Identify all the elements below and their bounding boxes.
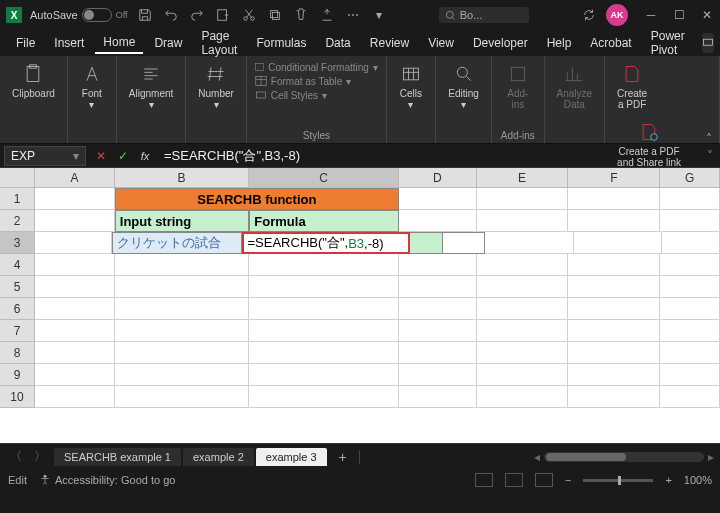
row-header-2[interactable]: 2 xyxy=(0,210,35,232)
cell-G7[interactable] xyxy=(660,320,720,342)
ribbon-collapse-icon[interactable]: ˄ xyxy=(706,132,712,146)
cell-A5[interactable] xyxy=(35,276,115,298)
col-header-D[interactable]: D xyxy=(399,168,477,188)
cell-A2[interactable] xyxy=(35,210,115,232)
cell-B4[interactable] xyxy=(115,254,250,276)
cell-E5[interactable] xyxy=(477,276,569,298)
cell-C10[interactable] xyxy=(249,386,399,408)
cell-G4[interactable] xyxy=(660,254,720,276)
row-header-5[interactable]: 5 xyxy=(0,276,35,298)
cell-D5[interactable] xyxy=(399,276,477,298)
alignment-button[interactable]: Alignment ▾ xyxy=(125,60,177,112)
cell-F4[interactable] xyxy=(568,254,660,276)
cell-G2[interactable] xyxy=(660,210,720,232)
cell-C9[interactable] xyxy=(249,364,399,386)
format-as-table-button[interactable]: Format as Table ▾ xyxy=(255,74,378,88)
cell-G5[interactable] xyxy=(660,276,720,298)
cell-C6[interactable] xyxy=(249,298,399,320)
cell-D1[interactable] xyxy=(399,188,477,210)
cell-E9[interactable] xyxy=(477,364,569,386)
cell-B3[interactable]: クリケットの試合 xyxy=(112,232,242,254)
col-header-E[interactable]: E xyxy=(477,168,569,188)
cell-A7[interactable] xyxy=(35,320,115,342)
cell-G9[interactable] xyxy=(660,364,720,386)
cell-A1[interactable] xyxy=(35,188,115,210)
cell-F2[interactable] xyxy=(568,210,660,232)
create-pdf-button[interactable]: Create a PDF xyxy=(613,60,651,112)
cell-G8[interactable] xyxy=(660,342,720,364)
cell-A9[interactable] xyxy=(35,364,115,386)
select-all-corner[interactable] xyxy=(0,168,35,188)
formula-expand-icon[interactable]: ˅ xyxy=(700,149,720,163)
row-header-1[interactable]: 1 xyxy=(0,188,35,210)
cell-C8[interactable] xyxy=(249,342,399,364)
col-header-C[interactable]: C xyxy=(249,168,399,188)
tab-insert[interactable]: Insert xyxy=(46,33,92,53)
cell-E4[interactable] xyxy=(477,254,569,276)
sheet-nav-prev-icon[interactable]: 〈 xyxy=(6,448,26,465)
cell-E6[interactable] xyxy=(477,298,569,320)
cell-B9[interactable] xyxy=(115,364,250,386)
copy-icon[interactable] xyxy=(266,6,284,24)
comments-button[interactable] xyxy=(702,33,714,53)
col-header-A[interactable]: A xyxy=(35,168,115,188)
cell-D2[interactable] xyxy=(399,210,477,232)
save-icon[interactable] xyxy=(136,6,154,24)
cell-A4[interactable] xyxy=(35,254,115,276)
cell-B7[interactable] xyxy=(115,320,250,342)
hscroll-left-icon[interactable]: ◂ xyxy=(534,450,540,464)
qat-dropdown-icon[interactable]: ▾ xyxy=(370,6,388,24)
zoom-slider[interactable] xyxy=(583,479,653,482)
cell-D7[interactable] xyxy=(399,320,477,342)
cell-F1[interactable] xyxy=(568,188,660,210)
row-header-6[interactable]: 6 xyxy=(0,298,35,320)
cell-F7[interactable] xyxy=(568,320,660,342)
zoom-in-icon[interactable]: + xyxy=(665,474,671,486)
tab-view[interactable]: View xyxy=(420,33,462,53)
tab-review[interactable]: Review xyxy=(362,33,417,53)
undo-icon[interactable] xyxy=(162,6,180,24)
font-button[interactable]: Font ▾ xyxy=(76,60,108,112)
cell-B1[interactable]: SEARCHB function xyxy=(115,188,399,210)
sheet-nav-next-icon[interactable]: 〉 xyxy=(30,448,50,465)
touch-mode-icon[interactable] xyxy=(318,6,336,24)
cell-styles-button[interactable]: Cell Styles ▾ xyxy=(255,88,378,102)
cell-E8[interactable] xyxy=(477,342,569,364)
cell-B10[interactable] xyxy=(115,386,250,408)
tab-home[interactable]: Home xyxy=(95,32,143,54)
cell-F3[interactable] xyxy=(574,232,662,254)
cell-B2[interactable]: Input string xyxy=(115,210,250,232)
sync-icon[interactable] xyxy=(580,6,598,24)
cell-G10[interactable] xyxy=(660,386,720,408)
cell-A10[interactable] xyxy=(35,386,115,408)
cell-D6[interactable] xyxy=(399,298,477,320)
sheet-tab-2[interactable]: example 3 xyxy=(256,448,327,466)
zoom-level[interactable]: 100% xyxy=(684,474,712,486)
cell-D10[interactable] xyxy=(399,386,477,408)
conditional-formatting-button[interactable]: Conditional Formatting ▾ xyxy=(255,60,378,74)
col-header-B[interactable]: B xyxy=(115,168,250,188)
name-box-dropdown-icon[interactable]: ▾ xyxy=(73,149,79,163)
cell-C7[interactable] xyxy=(249,320,399,342)
cell-A3[interactable] xyxy=(35,232,112,254)
row-header-10[interactable]: 10 xyxy=(0,386,35,408)
editing-button[interactable]: Editing ▾ xyxy=(444,60,483,112)
enter-button[interactable]: ✓ xyxy=(112,146,134,166)
page-layout-view-icon[interactable] xyxy=(505,473,523,487)
tab-data[interactable]: Data xyxy=(317,33,358,53)
cell-E7[interactable] xyxy=(477,320,569,342)
cell-F8[interactable] xyxy=(568,342,660,364)
cell-G1[interactable] xyxy=(660,188,720,210)
cancel-button[interactable]: ✕ xyxy=(90,146,112,166)
fx-button[interactable]: fx xyxy=(134,146,156,166)
add-sheet-button[interactable]: + xyxy=(331,449,355,465)
row-header-4[interactable]: 4 xyxy=(0,254,35,276)
horizontal-scrollbar[interactable] xyxy=(544,452,704,462)
autosave-toggle[interactable]: AutoSave Off xyxy=(30,8,128,22)
cell-D9[interactable] xyxy=(399,364,477,386)
row-header-9[interactable]: 9 xyxy=(0,364,35,386)
cells-button[interactable]: Cells ▾ xyxy=(395,60,427,112)
tab-page-layout[interactable]: Page Layout xyxy=(193,26,245,60)
cell-E10[interactable] xyxy=(477,386,569,408)
number-button[interactable]: Number ▾ xyxy=(194,60,238,112)
